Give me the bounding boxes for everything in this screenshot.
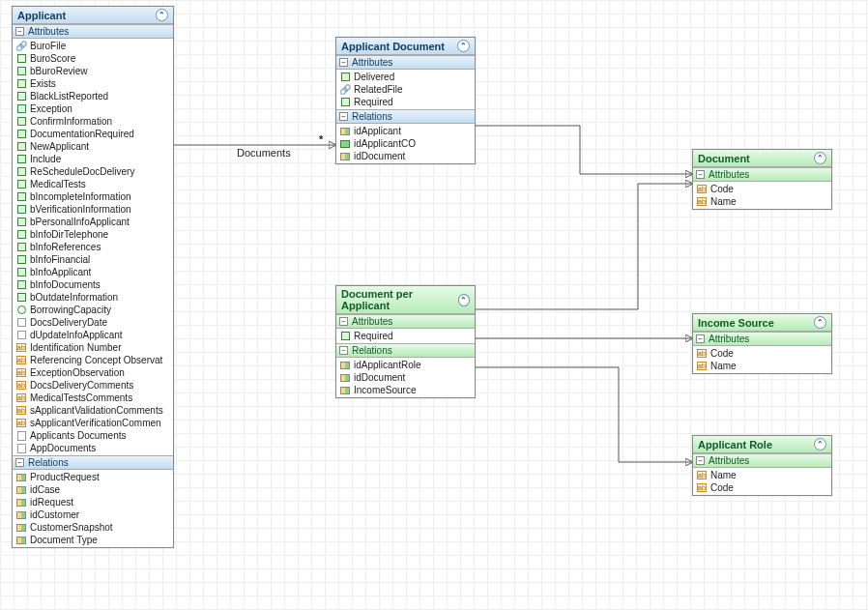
- entity-titlebar[interactable]: Applicant Role ⌃: [693, 436, 831, 453]
- attr-row[interactable]: 🔗BuroFile: [13, 40, 173, 52]
- rel-row[interactable]: idApplicant: [336, 125, 475, 137]
- attr-row[interactable]: BuroScore: [13, 52, 173, 65]
- attr-row[interactable]: Delivered: [336, 71, 475, 83]
- bool-icon: [17, 280, 26, 289]
- attr-row[interactable]: abCode: [693, 183, 831, 195]
- toggle-icon[interactable]: −: [339, 58, 348, 67]
- attr-row[interactable]: abName: [693, 195, 831, 208]
- section-attributes-head[interactable]: − Attributes: [336, 55, 475, 70]
- attr-row[interactable]: bInfoFinancial: [13, 253, 173, 266]
- toggle-icon[interactable]: −: [696, 456, 705, 465]
- entity-applicant-role[interactable]: Applicant Role ⌃ − Attributes abName abC…: [692, 435, 832, 496]
- section-attributes-head[interactable]: − Attributes: [693, 167, 831, 182]
- attr-row[interactable]: abCode: [693, 347, 831, 360]
- toggle-icon[interactable]: −: [339, 112, 348, 121]
- attr-row[interactable]: abDocsDeliveryComments: [13, 379, 173, 392]
- attr-row[interactable]: bInfoDirTelephone: [13, 228, 173, 241]
- rel-row[interactable]: ProductRequest: [13, 471, 173, 483]
- attr-row[interactable]: Required: [336, 96, 475, 108]
- toggle-icon[interactable]: −: [15, 458, 24, 467]
- attr-row[interactable]: NewApplicant: [13, 140, 173, 153]
- collapse-icon[interactable]: ⌃: [814, 316, 826, 329]
- attr-row[interactable]: absApplicantValidationComments: [13, 404, 173, 417]
- toggle-icon[interactable]: −: [339, 317, 348, 326]
- attr-row[interactable]: bVerificationInformation: [13, 203, 173, 216]
- toggle-icon[interactable]: −: [15, 27, 24, 36]
- entity-document[interactable]: Document ⌃ − Attributes abCode abName: [692, 149, 832, 210]
- entity-applicant-titlebar[interactable]: Applicant ⌃: [13, 7, 173, 24]
- attr-row[interactable]: Include: [13, 153, 173, 165]
- collapse-icon[interactable]: ⌃: [814, 152, 826, 164]
- attr-row[interactable]: abName: [693, 360, 831, 372]
- rel-row[interactable]: idCase: [13, 483, 173, 496]
- attr-row[interactable]: bIncompleteInformation: [13, 190, 173, 203]
- attr-row[interactable]: abReferencing Concept Observat: [13, 354, 173, 366]
- attr-row[interactable]: ConfirmInformation: [13, 115, 173, 128]
- section-attributes-head[interactable]: − Attributes: [693, 453, 831, 468]
- toggle-icon[interactable]: −: [696, 334, 705, 343]
- section-attributes-head[interactable]: − Attributes: [13, 24, 173, 39]
- entity-applicant-relations: ProductRequest idCase idRequest idCustom…: [13, 470, 173, 547]
- attr-row[interactable]: Required: [336, 330, 475, 342]
- attr-row[interactable]: bInfoApplicant: [13, 266, 173, 278]
- entity-titlebar[interactable]: Document per Applicant ⌃: [336, 286, 475, 314]
- section-relations-head[interactable]: − Relations: [336, 343, 475, 358]
- rel-row[interactable]: idDocument: [336, 371, 475, 384]
- attr-row[interactable]: abName: [693, 469, 831, 481]
- text-icon: ab: [16, 343, 26, 352]
- attr-row[interactable]: DocsDeliveryDate: [13, 316, 173, 329]
- toggle-icon[interactable]: −: [339, 346, 348, 355]
- rel-row[interactable]: idCustomer: [13, 508, 173, 521]
- rel-row[interactable]: idRequest: [13, 496, 173, 508]
- rel-row[interactable]: IncomeSource: [336, 384, 475, 396]
- collapse-icon[interactable]: ⌃: [814, 438, 826, 450]
- attr-row[interactable]: bOutdateInformation: [13, 291, 173, 304]
- attr-row[interactable]: Exists: [13, 77, 173, 90]
- rel-row[interactable]: idDocument: [336, 150, 475, 162]
- bool-icon: [17, 218, 26, 226]
- attr-row[interactable]: Applicants Documents: [13, 429, 173, 442]
- attr-row[interactable]: bInfoReferences: [13, 241, 173, 253]
- attr-row[interactable]: BlackListReported: [13, 90, 173, 102]
- entity-income-source[interactable]: Income Source ⌃ − Attributes abCode abNa…: [692, 313, 832, 374]
- collapse-icon[interactable]: ⌃: [457, 40, 470, 52]
- rel-row[interactable]: idApplicantCO: [336, 137, 475, 150]
- entity-titlebar[interactable]: Income Source ⌃: [693, 314, 831, 332]
- attr-row[interactable]: MedicalTests: [13, 178, 173, 190]
- attr-row[interactable]: bBuroReview: [13, 65, 173, 77]
- section-attributes-head[interactable]: − Attributes: [693, 332, 831, 346]
- section-relations-head[interactable]: − Relations: [336, 109, 475, 124]
- text-icon: ab: [697, 197, 707, 206]
- attr-row[interactable]: bPersonalInfoApplicant: [13, 216, 173, 228]
- attr-row[interactable]: BorrowingCapacity: [13, 304, 173, 316]
- attr-row[interactable]: absApplicantVerificationCommen: [13, 417, 173, 429]
- attr-row[interactable]: ReScheduleDocDelivery: [13, 165, 173, 178]
- section-label: Relations: [352, 345, 392, 356]
- rel-row[interactable]: idApplicantRole: [336, 359, 475, 371]
- date-icon: [17, 331, 26, 339]
- attr-row[interactable]: AppDocuments: [13, 442, 173, 454]
- attr-row[interactable]: DocumentationRequired: [13, 128, 173, 140]
- entity-applicant[interactable]: Applicant ⌃ − Attributes 🔗BuroFile BuroS…: [12, 6, 174, 548]
- section-attributes-head[interactable]: − Attributes: [336, 314, 475, 329]
- attr-row[interactable]: Exception: [13, 102, 173, 115]
- entity-document-per-applicant[interactable]: Document per Applicant ⌃ − Attributes Re…: [335, 285, 476, 398]
- toggle-icon[interactable]: −: [696, 170, 705, 179]
- section-relations-head[interactable]: − Relations: [13, 455, 173, 470]
- attr-row[interactable]: abMedicalTestsComments: [13, 392, 173, 404]
- text-icon: ab: [697, 483, 707, 492]
- entity-titlebar[interactable]: Document ⌃: [693, 150, 831, 167]
- attr-row[interactable]: abExceptionObservation: [13, 366, 173, 379]
- entity-applicant-document[interactable]: Applicant Document ⌃ − Attributes Delive…: [335, 37, 476, 164]
- attr-row[interactable]: dUpdateInfoApplicant: [13, 329, 173, 341]
- attr-row[interactable]: abCode: [693, 481, 831, 494]
- rel-row[interactable]: Document Type: [13, 534, 173, 546]
- attr-row[interactable]: 🔗RelatedFile: [336, 83, 475, 96]
- collapse-icon[interactable]: ⌃: [156, 9, 168, 21]
- collapse-icon[interactable]: ⌃: [458, 294, 470, 306]
- attr-row[interactable]: abIdentification Number: [13, 341, 173, 354]
- rel-row[interactable]: CustomerSnapshot: [13, 521, 173, 534]
- currency-icon: [17, 305, 26, 314]
- entity-titlebar[interactable]: Applicant Document ⌃: [336, 38, 475, 55]
- attr-row[interactable]: bInfoDocuments: [13, 278, 173, 291]
